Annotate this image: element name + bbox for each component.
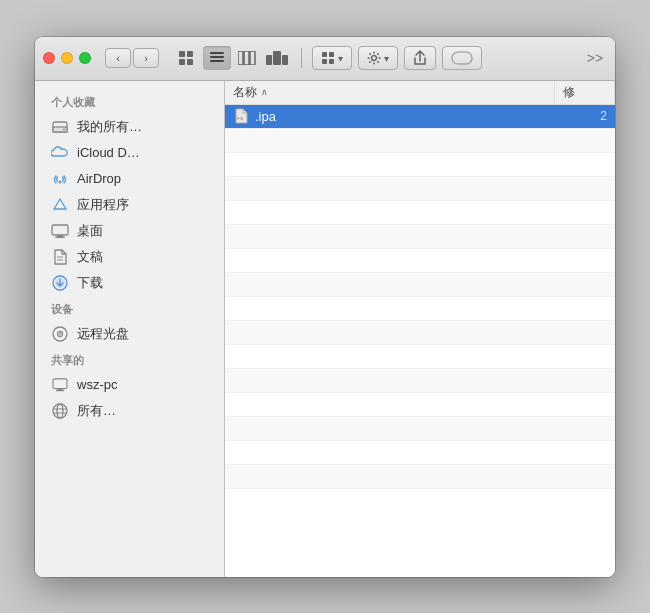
share-button[interactable]	[404, 46, 436, 70]
ipa-file-icon: IPA	[233, 108, 249, 124]
sidebar-item-remote-disk[interactable]: 远程光盘	[35, 321, 224, 347]
forward-icon: ›	[144, 52, 148, 64]
svg-point-22	[369, 53, 371, 55]
table-row[interactable]	[225, 345, 615, 369]
sidebar-item-apps[interactable]: 应用程序	[35, 192, 224, 218]
tag-button[interactable]	[442, 46, 482, 70]
table-row[interactable]	[225, 393, 615, 417]
svg-point-21	[379, 57, 381, 59]
finder-window: ‹ ›	[35, 37, 615, 577]
back-button[interactable]: ‹	[105, 48, 131, 68]
sidebar: 个人收藏 我的所有… iCloud D…	[35, 81, 225, 577]
sidebar-label-all-shared: 所有…	[77, 402, 116, 420]
table-row[interactable]	[225, 249, 615, 273]
monitor-icon	[51, 376, 69, 394]
svg-rect-26	[452, 52, 472, 64]
arrange-dropdown-arrow: ▾	[338, 53, 343, 64]
sidebar-item-wsz-pc[interactable]: wsz-pc	[35, 372, 224, 398]
svg-text:IPA: IPA	[237, 116, 243, 121]
sidebar-item-all-files[interactable]: 我的所有…	[35, 114, 224, 140]
svg-point-29	[63, 128, 65, 130]
svg-point-23	[377, 61, 379, 63]
svg-rect-13	[322, 52, 327, 57]
action-button[interactable]: ▾	[358, 46, 398, 70]
apps-icon	[51, 196, 69, 214]
main-area: 个人收藏 我的所有… iCloud D…	[35, 81, 615, 577]
table-row[interactable]	[225, 441, 615, 465]
action-dropdown-arrow: ▾	[384, 53, 389, 64]
minimize-button[interactable]	[61, 52, 73, 64]
list-view-button[interactable]	[203, 46, 231, 70]
sidebar-section-devices: 设备	[35, 296, 224, 321]
nav-buttons: ‹ ›	[105, 48, 159, 68]
cover-flow-button[interactable]	[263, 46, 291, 70]
svg-rect-33	[55, 236, 65, 238]
sidebar-item-all-shared[interactable]: 所有…	[35, 398, 224, 424]
svg-point-44	[53, 404, 67, 418]
table-row[interactable]	[225, 129, 615, 153]
table-row[interactable]	[225, 417, 615, 441]
icon-view-icon	[179, 51, 195, 65]
header-size[interactable]: 修	[555, 81, 615, 104]
table-row[interactable]	[225, 369, 615, 393]
sort-arrow-name: ∧	[261, 87, 268, 97]
gear-icon	[367, 51, 381, 65]
list-view-icon	[210, 52, 224, 64]
svg-rect-14	[329, 52, 334, 57]
header-size-label: 修	[563, 84, 575, 101]
table-row[interactable]	[225, 273, 615, 297]
table-row[interactable]	[225, 177, 615, 201]
icon-view-button[interactable]	[173, 46, 201, 70]
svg-point-20	[368, 57, 370, 59]
arrange-icon	[321, 51, 335, 65]
sidebar-item-airdrop[interactable]: AirDrop	[35, 166, 224, 192]
sidebar-item-icloud[interactable]: iCloud D…	[35, 140, 224, 166]
desktop-icon	[51, 222, 69, 240]
maximize-button[interactable]	[79, 52, 91, 64]
svg-rect-10	[266, 55, 272, 65]
column-view-icon	[238, 51, 256, 65]
sidebar-item-downloads[interactable]: 下载	[35, 270, 224, 296]
sidebar-label-apps: 应用程序	[77, 196, 129, 214]
download-icon	[51, 274, 69, 292]
svg-rect-12	[282, 55, 288, 65]
svg-rect-9	[250, 51, 255, 65]
table-row[interactable]	[225, 225, 615, 249]
sidebar-section-shared: 共享的	[35, 347, 224, 372]
svg-rect-2	[179, 59, 185, 65]
svg-point-30	[59, 180, 62, 183]
hdd-icon	[51, 118, 69, 136]
overflow-label: >>	[587, 50, 603, 66]
cover-flow-icon	[266, 51, 288, 65]
svg-point-25	[369, 61, 371, 63]
table-row[interactable]	[225, 153, 615, 177]
svg-rect-16	[329, 59, 334, 64]
doc-icon	[51, 248, 69, 266]
table-row[interactable]	[225, 201, 615, 225]
forward-button[interactable]: ›	[133, 48, 159, 68]
traffic-lights	[43, 52, 91, 64]
table-row[interactable]	[225, 321, 615, 345]
svg-rect-43	[56, 389, 65, 390]
svg-point-17	[372, 56, 377, 61]
sidebar-label-remote-disk: 远程光盘	[77, 325, 129, 343]
sidebar-label-downloads: 下载	[77, 274, 103, 292]
svg-rect-1	[187, 51, 193, 57]
table-row[interactable]	[225, 465, 615, 489]
arrange-button[interactable]: ▾	[312, 46, 352, 70]
header-name[interactable]: 名称 ∧	[225, 81, 555, 104]
table-row[interactable]	[225, 297, 615, 321]
table-row[interactable]: IPA .ipa 2	[225, 105, 615, 129]
toolbar-overflow-button[interactable]: >>	[583, 48, 607, 68]
svg-rect-3	[187, 59, 193, 65]
column-view-button[interactable]	[233, 46, 261, 70]
sidebar-label-airdrop: AirDrop	[77, 171, 121, 186]
titlebar: ‹ ›	[35, 37, 615, 81]
sidebar-item-docs[interactable]: 文稿	[35, 244, 224, 270]
header-name-label: 名称	[233, 84, 257, 101]
file-name-text: .ipa	[255, 109, 276, 124]
sidebar-item-desktop[interactable]: 桌面	[35, 218, 224, 244]
svg-rect-0	[179, 51, 185, 57]
svg-rect-7	[238, 51, 243, 65]
close-button[interactable]	[43, 52, 55, 64]
